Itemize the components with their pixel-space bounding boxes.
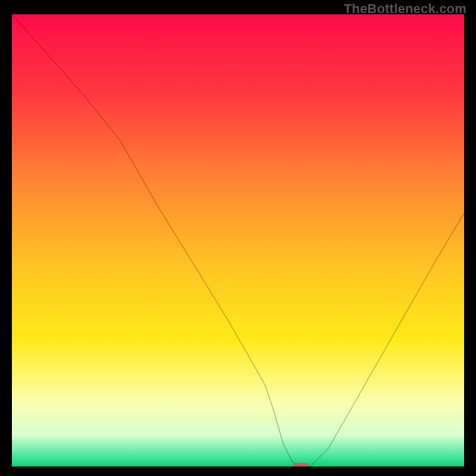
- plot-area: [12, 14, 464, 466]
- chart-frame: TheBottleneck.com: [0, 0, 476, 476]
- optimal-marker: [293, 463, 309, 466]
- bottleneck-curve: [12, 14, 464, 466]
